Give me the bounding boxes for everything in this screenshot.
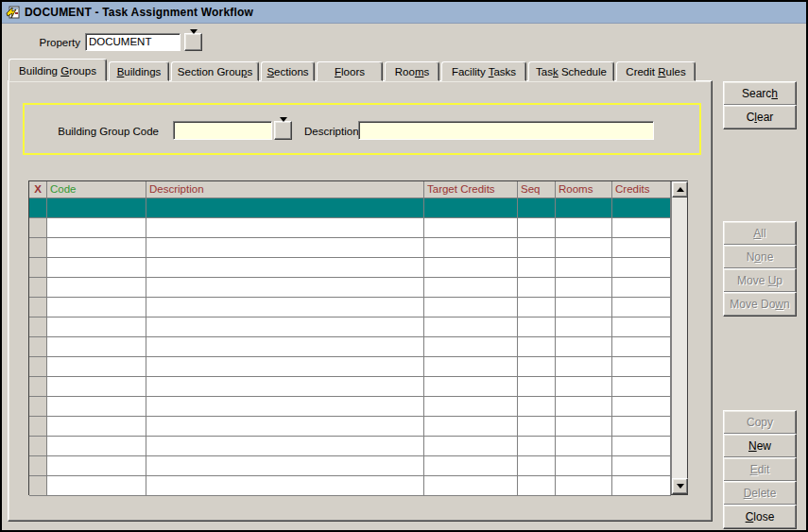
row-selector-cell[interactable] bbox=[29, 417, 47, 437]
grid-cell-seq[interactable] bbox=[518, 476, 556, 496]
row-selector-cell[interactable] bbox=[29, 397, 47, 417]
grid-cell-credits[interactable] bbox=[612, 456, 671, 476]
tab-building-groups[interactable]: Building Groups bbox=[9, 59, 107, 81]
grid-cell-rooms[interactable] bbox=[556, 357, 612, 377]
tab-buildings[interactable]: Buildings bbox=[109, 61, 169, 81]
grid-cell-credits[interactable] bbox=[612, 357, 671, 377]
row-selector-cell[interactable] bbox=[29, 377, 47, 397]
table-row[interactable] bbox=[29, 417, 671, 437]
table-row[interactable] bbox=[29, 357, 671, 377]
tab-sections[interactable]: Sections bbox=[261, 61, 315, 81]
table-row[interactable] bbox=[29, 317, 671, 337]
new-button[interactable]: New bbox=[723, 434, 797, 458]
search-button[interactable]: Search bbox=[723, 81, 797, 106]
grid-cell-rooms[interactable] bbox=[556, 377, 612, 397]
description-input[interactable] bbox=[358, 121, 654, 140]
grid-cell-rooms[interactable] bbox=[556, 238, 612, 258]
grid-cell-target-credits[interactable] bbox=[424, 317, 518, 337]
grid-cell-description[interactable] bbox=[146, 437, 424, 456]
grid-cell-code[interactable] bbox=[47, 337, 146, 357]
grid-cell-code[interactable] bbox=[47, 317, 146, 337]
grid-cell-target-credits[interactable] bbox=[424, 218, 518, 238]
row-selector-cell[interactable] bbox=[29, 298, 47, 317]
grid-cell-credits[interactable] bbox=[612, 238, 671, 258]
vertical-scrollbar[interactable] bbox=[671, 181, 687, 494]
table-row[interactable] bbox=[29, 476, 671, 496]
grid-cell-description[interactable] bbox=[146, 258, 424, 278]
row-selector-cell[interactable] bbox=[29, 357, 47, 377]
row-selector-cell[interactable] bbox=[29, 238, 47, 258]
grid-cell-target-credits[interactable] bbox=[424, 278, 518, 298]
grid-cell-code[interactable] bbox=[47, 377, 146, 397]
grid-cell-description[interactable] bbox=[146, 377, 424, 397]
grid-cell-code[interactable] bbox=[47, 357, 146, 377]
row-selector-cell[interactable] bbox=[29, 456, 47, 476]
row-selector-cell[interactable] bbox=[29, 278, 47, 298]
grid-cell-seq[interactable] bbox=[518, 278, 556, 298]
copy-button[interactable]: Copy bbox=[723, 410, 797, 435]
grid-cell-seq[interactable] bbox=[518, 397, 556, 417]
delete-button[interactable]: Delete bbox=[723, 481, 797, 506]
grid-cell-description[interactable] bbox=[146, 476, 424, 496]
grid-cell-rooms[interactable] bbox=[556, 417, 612, 437]
table-row[interactable] bbox=[29, 397, 671, 417]
table-row[interactable] bbox=[29, 337, 671, 357]
row-selector-cell[interactable] bbox=[29, 198, 47, 218]
grid-cell-credits[interactable] bbox=[612, 476, 671, 496]
grid-cell-credits[interactable] bbox=[612, 437, 671, 456]
grid-cell-target-credits[interactable] bbox=[424, 397, 518, 417]
grid-cell-seq[interactable] bbox=[518, 218, 556, 238]
grid-cell-credits[interactable] bbox=[612, 218, 671, 238]
grid-cell-description[interactable] bbox=[146, 456, 424, 476]
grid-cell-target-credits[interactable] bbox=[424, 456, 518, 476]
property-dropdown-button[interactable] bbox=[184, 33, 202, 51]
grid-cell-credits[interactable] bbox=[612, 417, 671, 437]
close-button[interactable]: Close bbox=[723, 505, 797, 529]
grid-cell-rooms[interactable] bbox=[556, 218, 612, 238]
grid-cell-target-credits[interactable] bbox=[424, 417, 518, 437]
grid-cell-target-credits[interactable] bbox=[424, 357, 518, 377]
grid-cell-code[interactable] bbox=[47, 298, 146, 317]
grid-cell-rooms[interactable] bbox=[556, 278, 612, 298]
grid-cell-code[interactable] bbox=[47, 417, 146, 437]
grid-cell-code[interactable] bbox=[47, 218, 146, 238]
grid-cell-rooms[interactable] bbox=[556, 298, 612, 317]
grid-cell-description[interactable] bbox=[146, 218, 424, 238]
scroll-up-button[interactable] bbox=[672, 181, 688, 197]
grid-cell-seq[interactable] bbox=[518, 298, 556, 317]
grid-cell-description[interactable] bbox=[146, 238, 424, 258]
table-row[interactable] bbox=[29, 238, 671, 258]
grid-cell-credits[interactable] bbox=[612, 317, 671, 337]
grid-cell-seq[interactable] bbox=[518, 377, 556, 397]
grid-cell-code[interactable] bbox=[47, 198, 146, 218]
grid-cell-rooms[interactable] bbox=[556, 437, 612, 456]
property-field[interactable]: DOCUMENT bbox=[85, 33, 181, 51]
none-button[interactable]: None bbox=[723, 245, 797, 269]
grid-cell-seq[interactable] bbox=[518, 337, 556, 357]
row-selector-cell[interactable] bbox=[29, 218, 47, 238]
grid-cell-target-credits[interactable] bbox=[424, 198, 518, 218]
grid-cell-credits[interactable] bbox=[612, 377, 671, 397]
grid-cell-rooms[interactable] bbox=[556, 456, 612, 476]
table-row[interactable] bbox=[29, 278, 671, 298]
all-button[interactable]: All bbox=[723, 221, 797, 246]
grid-cell-code[interactable] bbox=[47, 437, 146, 456]
grid-cell-code[interactable] bbox=[47, 397, 146, 417]
grid-cell-seq[interactable] bbox=[518, 456, 556, 476]
grid-cell-credits[interactable] bbox=[612, 337, 671, 357]
grid-cell-description[interactable] bbox=[146, 357, 424, 377]
tab-task-schedule[interactable]: Task Schedule bbox=[528, 61, 614, 81]
grid-cell-target-credits[interactable] bbox=[424, 437, 518, 456]
row-selector-cell[interactable] bbox=[29, 258, 47, 278]
grid-cell-credits[interactable] bbox=[612, 198, 671, 218]
grid-cell-code[interactable] bbox=[47, 258, 146, 278]
table-row[interactable] bbox=[29, 258, 671, 278]
row-selector-cell[interactable] bbox=[29, 437, 47, 456]
grid-cell-target-credits[interactable] bbox=[424, 377, 518, 397]
grid-cell-code[interactable] bbox=[47, 238, 146, 258]
grid-cell-description[interactable] bbox=[146, 337, 424, 357]
clear-button[interactable]: Clear bbox=[723, 105, 797, 129]
grid-cell-code[interactable] bbox=[47, 278, 146, 298]
grid-cell-rooms[interactable] bbox=[556, 397, 612, 417]
grid-cell-description[interactable] bbox=[146, 278, 424, 298]
